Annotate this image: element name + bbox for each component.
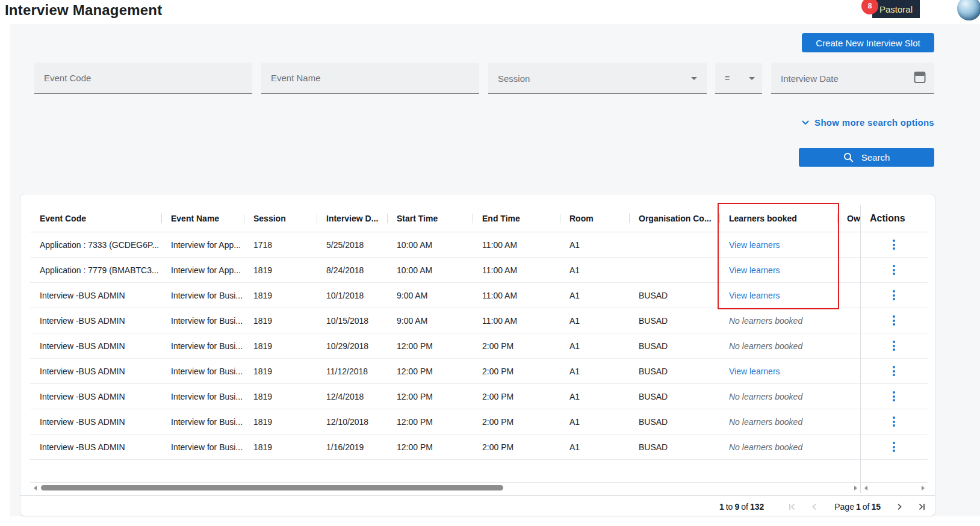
date-operator-select[interactable]: = xyxy=(715,63,762,94)
horizontal-scrollbar xyxy=(30,482,928,493)
interview-date-placeholder: Interview Date xyxy=(781,73,839,83)
user-avatar[interactable] xyxy=(957,0,980,20)
cell-owner xyxy=(837,359,860,383)
table-header-row: Event Code Event Name Session Interview … xyxy=(30,205,928,232)
cell-learners-booked: View learners xyxy=(719,233,837,257)
row-actions-kebab-icon[interactable] xyxy=(890,364,898,379)
pastoral-button[interactable]: Pastoral xyxy=(872,0,920,18)
cell-interview-date: 10/15/2018 xyxy=(317,309,387,333)
header-cell-start-time[interactable]: Start Time xyxy=(387,205,473,232)
cell-interview-date: 1/16/2019 xyxy=(317,435,387,459)
cell-event-code: Interview -BUS ADMIN xyxy=(30,435,161,459)
search-icon xyxy=(843,152,854,162)
prev-page-icon[interactable] xyxy=(809,501,819,512)
table-row: Interview -BUS ADMIN Interview for Busi.… xyxy=(30,384,928,409)
header-cell-room[interactable]: Room xyxy=(560,205,629,232)
chevron-down-icon xyxy=(802,120,809,125)
no-learners-text: No learners booked xyxy=(729,341,802,351)
cell-organisation-code: BUSAD xyxy=(629,410,719,434)
event-name-input[interactable] xyxy=(261,63,479,93)
cell-organisation-code xyxy=(629,233,719,257)
row-actions-kebab-icon[interactable] xyxy=(890,414,898,429)
cell-end-time: 2:00 PM xyxy=(473,435,560,459)
pinned-column-divider xyxy=(860,205,861,482)
header-cell-organisation-code[interactable]: Organisation Co... xyxy=(629,205,719,232)
event-name-field[interactable] xyxy=(261,63,479,94)
row-actions-kebab-icon[interactable] xyxy=(890,313,898,328)
cell-event-name: Interview for Busi... xyxy=(161,283,244,308)
cell-event-name: Interview for Busi... xyxy=(161,385,244,409)
cell-start-time: 12:00 PM xyxy=(387,410,473,434)
calendar-icon[interactable] xyxy=(914,70,926,85)
view-learners-link[interactable]: View learners xyxy=(729,240,780,250)
create-new-interview-slot-button[interactable]: Create New Interview Slot xyxy=(802,33,934,52)
cell-event-code: Interview -BUS ADMIN xyxy=(30,334,161,358)
cell-organisation-code: BUSAD xyxy=(629,283,719,308)
cell-learners-booked: No learners booked xyxy=(719,334,837,358)
cell-interview-date: 12/10/2018 xyxy=(317,410,387,434)
cell-end-time: 2:00 PM xyxy=(473,334,560,358)
cell-event-name: Interview for Busi... xyxy=(161,334,244,358)
last-page-icon[interactable] xyxy=(916,501,926,512)
scrollbar-thumb[interactable] xyxy=(41,485,503,490)
row-actions-kebab-icon[interactable] xyxy=(890,237,898,252)
header-cell-event-name[interactable]: Event Name xyxy=(161,205,244,232)
row-actions-kebab-icon[interactable] xyxy=(890,389,898,404)
cell-owner xyxy=(837,385,860,409)
header-cell-interview-date[interactable]: Interview D... xyxy=(317,205,387,232)
view-learners-link[interactable]: View learners xyxy=(729,367,780,376)
cell-session: 1819 xyxy=(244,334,317,358)
cell-session: 1819 xyxy=(244,258,317,282)
cell-owner xyxy=(837,258,860,282)
cell-organisation-code xyxy=(629,258,719,282)
header-cell-actions: Actions xyxy=(860,205,928,232)
cell-start-time: 9:00 AM xyxy=(387,309,473,333)
header-cell-owner[interactable]: Owner xyxy=(837,205,860,232)
cell-room: A1 xyxy=(560,435,629,459)
pagination-bar: 1to9of132 Page1of15 xyxy=(20,495,935,517)
cell-room: A1 xyxy=(560,359,629,383)
interview-table: Event Code Event Name Session Interview … xyxy=(30,205,928,460)
cell-learners-booked: No learners booked xyxy=(719,385,837,409)
session-select[interactable]: Session xyxy=(488,63,707,94)
cell-learners-booked: View learners xyxy=(719,359,837,383)
header-cell-session[interactable]: Session xyxy=(244,205,317,232)
search-button[interactable]: Search xyxy=(799,148,934,167)
results-card: Event Code Event Name Session Interview … xyxy=(20,194,935,516)
cell-start-time: 12:00 PM xyxy=(387,334,473,358)
cell-organisation-code: BUSAD xyxy=(629,359,719,383)
view-learners-link[interactable]: View learners xyxy=(729,291,780,300)
header-cell-end-time[interactable]: End Time xyxy=(473,205,560,232)
row-actions-kebab-icon[interactable] xyxy=(890,262,898,277)
pinned-scroll-right-icon[interactable] xyxy=(918,483,928,493)
scroll-right-icon[interactable] xyxy=(851,483,860,493)
cell-event-code: Interview -BUS ADMIN xyxy=(30,410,161,434)
next-page-icon[interactable] xyxy=(894,501,904,512)
page-navigation: Page1of15 xyxy=(787,501,926,512)
first-page-icon[interactable] xyxy=(787,501,797,512)
table-row: Application : 7779 (BMABTC3... Interview… xyxy=(30,258,928,283)
pinned-scroll-left-icon[interactable] xyxy=(861,483,870,493)
scroll-left-icon[interactable] xyxy=(30,483,40,493)
view-learners-link[interactable]: View learners xyxy=(729,265,780,275)
cell-event-name: Interview for Busi... xyxy=(161,435,244,459)
cell-learners-booked: No learners booked xyxy=(719,309,837,333)
event-code-field[interactable] xyxy=(34,63,252,94)
cell-interview-date: 10/1/2018 xyxy=(317,283,387,308)
cell-event-name: Interview for Busi... xyxy=(161,309,244,333)
row-actions-kebab-icon[interactable] xyxy=(890,288,898,303)
event-code-input[interactable] xyxy=(34,63,252,93)
row-actions-kebab-icon[interactable] xyxy=(890,338,898,353)
interview-date-field[interactable]: Interview Date xyxy=(771,63,934,94)
cell-start-time: 12:00 PM xyxy=(387,435,473,459)
header-cell-learners-booked[interactable]: Learners booked xyxy=(719,205,837,232)
cell-organisation-code: BUSAD xyxy=(629,309,719,333)
show-more-search-options-link[interactable]: Show more search options xyxy=(802,117,934,128)
header-cell-event-code[interactable]: Event Code xyxy=(30,205,161,232)
cell-start-time: 10:00 AM xyxy=(387,233,473,257)
cell-event-code: Application : 7333 (GCDEG6P... xyxy=(30,233,161,257)
row-actions-kebab-icon[interactable] xyxy=(890,439,898,454)
cell-event-name: Interview for App... xyxy=(161,233,244,257)
cell-event-name: Interview for App... xyxy=(161,258,244,282)
cell-event-code: Interview -BUS ADMIN xyxy=(30,309,161,333)
